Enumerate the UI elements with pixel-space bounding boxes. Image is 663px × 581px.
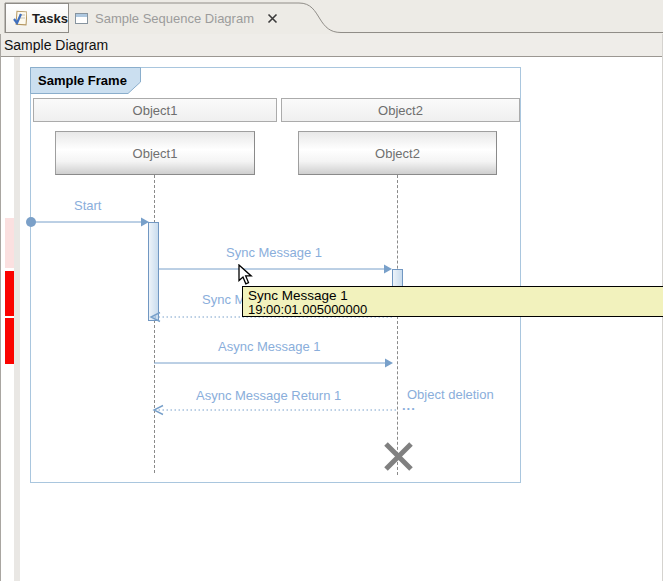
time-compression-marker-red-1[interactable] — [5, 271, 14, 316]
object1-box[interactable]: Object1 — [55, 131, 255, 175]
sequence-frame — [30, 67, 521, 483]
message-tooltip: Sync Message 1 19:00:01.005000000 — [242, 286, 663, 317]
frame-title-text: Sample Frame — [38, 73, 127, 88]
sequence-diagram-icon — [74, 11, 89, 26]
async-message-return-1-label[interactable]: Async Message Return 1 — [196, 388, 341, 403]
start-message-label[interactable]: Start — [74, 198, 101, 213]
async-message-1-label[interactable]: Async Message 1 — [218, 339, 321, 354]
diagram-title-bar: Sample Diagram — [0, 34, 663, 57]
time-compression-marker-red-2[interactable] — [5, 318, 14, 364]
object2-header-label: Object2 — [378, 103, 423, 118]
frame-title-tab: Sample Frame — [30, 67, 142, 94]
mouse-cursor-icon — [238, 264, 254, 286]
time-compression-bar[interactable] — [14, 57, 20, 581]
object1-header-label: Object1 — [133, 103, 178, 118]
object1-header[interactable]: Object1 — [33, 98, 277, 122]
object-deletion-label[interactable]: Object deletion — [407, 387, 494, 402]
object2-box[interactable]: Object2 — [298, 131, 497, 175]
tab-sequence-diagram-label: Sample Sequence Diagram — [95, 11, 254, 26]
window-left-border — [0, 34, 1, 581]
tab-tasks[interactable]: Tasks — [5, 3, 69, 33]
tooltip-timestamp: 19:00:01.005000000 — [248, 303, 661, 317]
object2-lifeline[interactable] — [397, 175, 398, 475]
tasks-icon — [12, 10, 27, 26]
diagram-title: Sample Diagram — [4, 37, 108, 53]
object1-lifeline[interactable] — [154, 175, 155, 473]
tooltip-title: Sync Message 1 — [248, 288, 661, 303]
close-icon[interactable] — [266, 12, 279, 25]
object1-execution-bar[interactable] — [148, 222, 159, 321]
object1-box-label: Object1 — [133, 146, 178, 161]
time-compression-marker-light[interactable] — [5, 218, 14, 268]
object2-header[interactable]: Object2 — [281, 98, 520, 122]
object-deletion-dots: ... — [402, 398, 416, 413]
tab-sample-sequence-diagram[interactable]: Sample Sequence Diagram — [70, 3, 300, 33]
eclipse-view-window: Tasks Sample Sequence Diagram Sample Dia… — [0, 0, 663, 581]
sync-message-1-label[interactable]: Sync Message 1 — [226, 245, 322, 260]
object2-box-label: Object2 — [375, 146, 420, 161]
tab-tasks-label: Tasks — [32, 11, 68, 26]
